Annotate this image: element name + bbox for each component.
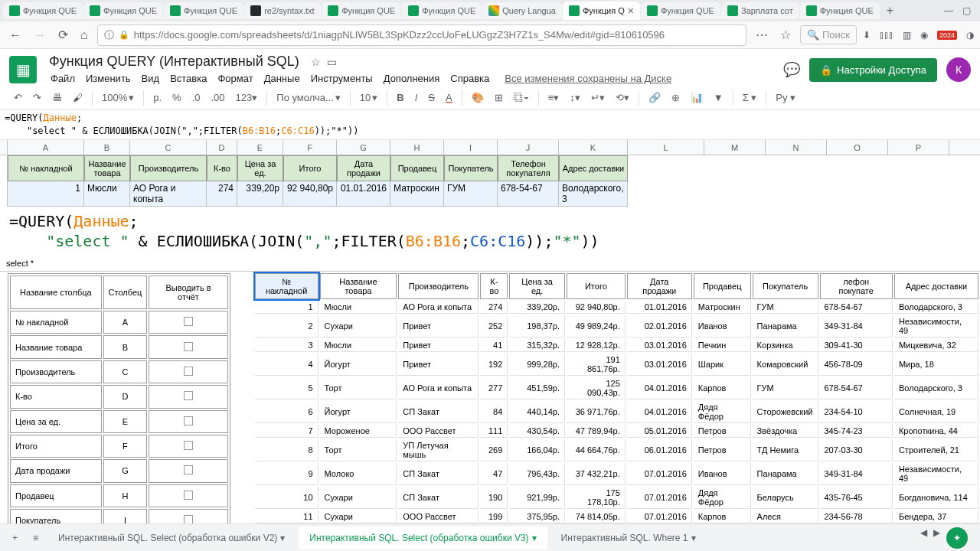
- browser-tab-active[interactable]: Функция Q×: [563, 2, 640, 20]
- filter-button[interactable]: ▼: [709, 89, 728, 106]
- menu-edit[interactable]: Изменить: [81, 71, 136, 86]
- star-icon[interactable]: ☆: [311, 56, 321, 68]
- script-button[interactable]: Py ▾: [771, 89, 800, 106]
- browser-tabs: Функция QUE Функция QUE Функция QUE re2/…: [0, 0, 980, 21]
- menu-bar: Файл Изменить Вид Вставка Формат Данные …: [46, 70, 774, 86]
- document-title[interactable]: Функция QUERY (Интерактивный SQL): [46, 52, 302, 70]
- extension-icon[interactable]: ◑: [966, 30, 974, 41]
- font-select[interactable]: По умолча... ▾: [272, 89, 345, 106]
- config-table[interactable]: Название столбцаСтолбецВыводить в отчёт …: [8, 273, 230, 551]
- account-icon[interactable]: ◉: [920, 30, 928, 41]
- spreadsheet-grid[interactable]: ABCDEFGHIJKLMNOP № накладнойНазвание тов…: [0, 140, 980, 551]
- sheet-tabs-bar: + ≡ Интерактивный SQL. Select (обработка…: [0, 523, 980, 551]
- functions-button[interactable]: Σ ▾: [738, 89, 762, 106]
- document-header: ▦ Функция QUERY (Интерактивный SQL) ☆▭ Ф…: [0, 49, 980, 86]
- rotate-button[interactable]: ⟲▾: [611, 89, 634, 106]
- menu-insert[interactable]: Вставка: [165, 71, 211, 86]
- menu-view[interactable]: Вид: [137, 71, 165, 86]
- explore-button[interactable]: ✦: [946, 527, 968, 549]
- search-input[interactable]: 🔍Поиск: [800, 25, 857, 44]
- avatar[interactable]: К: [946, 57, 971, 82]
- menu-addons[interactable]: Дополнения: [379, 71, 445, 86]
- forward-button[interactable]: →: [31, 27, 49, 44]
- format-currency[interactable]: p.: [149, 89, 166, 106]
- menu-help[interactable]: Справка: [446, 71, 494, 86]
- italic-button[interactable]: I: [410, 89, 423, 106]
- print-button[interactable]: 🖶: [47, 89, 67, 106]
- add-sheet-button[interactable]: +: [6, 530, 24, 546]
- menu-tools[interactable]: Инструменты: [306, 71, 377, 86]
- text-color-button[interactable]: A: [441, 89, 457, 106]
- page-actions-icon[interactable]: ⋯: [753, 26, 771, 44]
- paint-format-button[interactable]: 🖌: [68, 89, 87, 106]
- chart-button[interactable]: 📊: [686, 89, 707, 106]
- valign-button[interactable]: ↕▾: [565, 89, 585, 106]
- browser-tab[interactable]: Функция QUE: [3, 2, 83, 19]
- undo-button[interactable]: ↶: [9, 89, 27, 106]
- new-tab-button[interactable]: +: [880, 4, 900, 18]
- browser-tab[interactable]: Функция QUE: [800, 2, 880, 19]
- search-icon: 🔍: [807, 29, 819, 41]
- merge-button[interactable]: ⿻▾: [509, 89, 534, 106]
- browser-tab[interactable]: Функция QUE: [164, 2, 243, 19]
- decrease-decimal[interactable]: .0: [188, 89, 205, 106]
- redo-button[interactable]: ↷: [28, 89, 46, 106]
- scroll-left-icon[interactable]: ◀: [920, 527, 927, 549]
- home-button[interactable]: ⌂: [77, 27, 91, 44]
- address-bar: ← → ⟳ ⌂ ⓘ 🔒 https://docs.google.com/spre…: [0, 21, 980, 49]
- font-size[interactable]: 10 ▾: [355, 89, 382, 106]
- more-formats[interactable]: 123▾: [231, 89, 263, 106]
- select-label: select *: [0, 256, 980, 272]
- sheet-tab[interactable]: Интерактивный SQL. Where 1 ▾: [550, 527, 707, 549]
- save-status[interactable]: Все изменения сохранены на Диске: [500, 71, 676, 86]
- borders-button[interactable]: ⊞: [490, 89, 508, 106]
- bold-button[interactable]: B: [392, 89, 408, 106]
- folder-icon[interactable]: ▭: [327, 56, 337, 68]
- comment-button[interactable]: ⊕: [667, 89, 684, 106]
- download-icon[interactable]: ⬇: [863, 30, 871, 41]
- comments-icon[interactable]: 💬: [783, 61, 800, 78]
- zoom-select[interactable]: 100% ▾: [97, 89, 139, 106]
- format-percent[interactable]: %: [168, 89, 186, 106]
- minimize-icon[interactable]: —: [944, 5, 953, 16]
- library-icon[interactable]: ⫿⫿⫿: [880, 30, 893, 41]
- year-badge: 2024: [937, 31, 957, 40]
- sheets-logo[interactable]: ▦: [9, 56, 37, 83]
- sheet-tab[interactable]: Интерактивный SQL. Select (обработка оши…: [47, 527, 296, 549]
- close-icon[interactable]: ×: [628, 5, 634, 17]
- back-button[interactable]: ←: [6, 27, 24, 44]
- link-button[interactable]: 🔗: [644, 89, 665, 106]
- bookmark-icon[interactable]: ☆: [777, 26, 794, 44]
- lock-icon: 🔒: [820, 64, 832, 76]
- url-input[interactable]: ⓘ 🔒 https://docs.google.com/spreadsheets…: [97, 24, 746, 46]
- browser-tab[interactable]: re2/syntax.txt: [244, 2, 321, 19]
- scroll-right-icon[interactable]: ▶: [933, 527, 940, 549]
- browser-tab[interactable]: Функция QUE: [641, 2, 720, 19]
- browser-tab[interactable]: Функция QUE: [83, 2, 163, 19]
- browser-tab[interactable]: Функция QUE: [322, 2, 401, 19]
- maximize-icon[interactable]: ▢: [962, 5, 971, 16]
- browser-tab[interactable]: Query Langua: [482, 2, 562, 19]
- lock-icon: 🔒: [119, 30, 129, 40]
- result-table[interactable]: № накладнойНазвание товараПроизводительК…: [253, 272, 980, 551]
- share-button[interactable]: 🔒Настройки Доступа: [809, 58, 937, 82]
- all-sheets-button[interactable]: ≡: [27, 530, 44, 546]
- sheet-tab-active[interactable]: Интерактивный SQL. Select (обработка оши…: [299, 527, 547, 549]
- strike-button[interactable]: S: [423, 89, 439, 106]
- browser-tab[interactable]: Зарплата сот: [721, 2, 799, 19]
- reload-button[interactable]: ⟳: [55, 26, 71, 44]
- toolbar: ↶ ↷ 🖶 🖌 100% ▾ p. % .0 .00 123▾ По умолч…: [0, 86, 980, 110]
- menu-format[interactable]: Формат: [213, 71, 257, 86]
- menu-file[interactable]: Файл: [46, 71, 80, 86]
- formula-bar[interactable]: =QUERY(Данные; "select " & ЕСЛИОШИБКА(JO…: [0, 110, 980, 140]
- align-button[interactable]: ≡▾: [544, 89, 564, 106]
- wrap-button[interactable]: ↵▾: [586, 89, 609, 106]
- shield-icon: ⓘ: [104, 28, 114, 42]
- browser-tab[interactable]: Функция QUE: [402, 2, 482, 19]
- fill-color-button[interactable]: 🎨: [467, 89, 488, 106]
- formula-overlay: =QUERY(Данные; "select " & ЕСЛИОШИБКА(JO…: [0, 207, 980, 256]
- sidebar-icon[interactable]: ▥: [903, 30, 911, 41]
- menu-data[interactable]: Данные: [260, 71, 305, 86]
- increase-decimal[interactable]: .00: [207, 89, 230, 106]
